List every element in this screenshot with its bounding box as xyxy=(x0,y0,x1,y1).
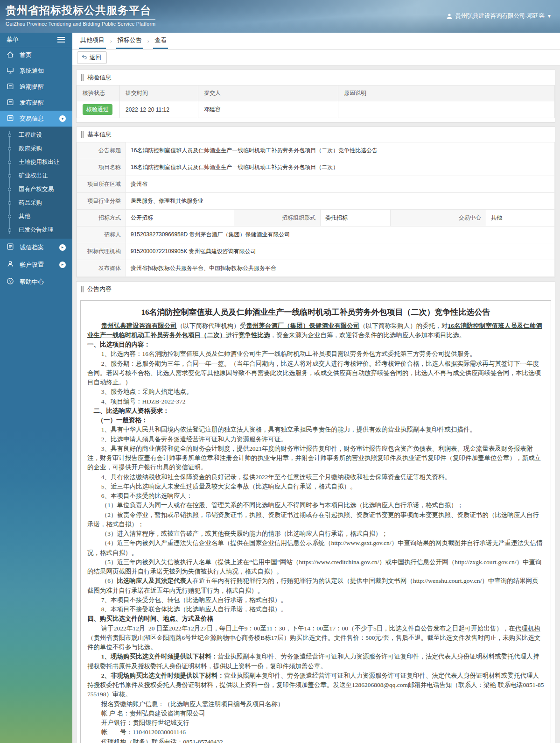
label-notice-title: 公告标题 xyxy=(77,142,126,159)
notice-paragraph: 1、比选内容：16名消防控制室值班人员及仁帅酒业公司生产一线临时机动工补员项目需… xyxy=(87,349,544,359)
notice-paragraph: （5）近三年内被列入失信被执行人名单（提供上述在“信用中国”网站（https:/… xyxy=(87,558,544,577)
section-bar-icon xyxy=(81,74,84,81)
notice-paragraph: 8、本项目不接受联合体比选（比选响应人自行承诺，格式自拟）。 xyxy=(87,605,544,614)
app-title: 贵州省招标投标公共服务平台 xyxy=(6,3,155,18)
sidebar-item-credit-archive[interactable]: 诚信档案 ▸ xyxy=(0,239,72,256)
verify-data-row: 核验通过 2022-12-20 11:12 邓廷容 xyxy=(77,101,555,118)
sidebar-item-account-settings[interactable]: 帐户设置 ▸ xyxy=(0,256,72,273)
col-reason: 原因说明 xyxy=(338,85,555,101)
submenu-item-state-assets[interactable]: 国有产权交易 xyxy=(0,183,72,196)
hamburger-icon[interactable] xyxy=(56,36,66,43)
app-subtitle: GuiZhou Province Tendering and Bidding P… xyxy=(6,19,155,27)
notice-paragraph: 四、购买比选文件的时间、地点、方式及价格 xyxy=(87,614,544,623)
sidebar-item-label: 发布提醒 xyxy=(20,99,44,107)
value-org-form: 委托招标 xyxy=(321,210,391,226)
sidebar-item-publish-reminder[interactable]: 发布提醒 xyxy=(0,95,72,111)
notice-paragraph: 3、具有良好的商业信誉和健全的财务会计制度，提供2021年度的财务审计报告复印件… xyxy=(87,444,544,473)
document-icon xyxy=(7,99,14,107)
document-icon xyxy=(7,114,14,123)
submenu-item-drug-procurement[interactable]: 药品采购 xyxy=(0,196,72,210)
label-project-name: 项目名称 xyxy=(77,159,126,176)
notice-paragraph: 开户银行：贵阳银行世纪城支行 xyxy=(87,718,544,728)
notice-title: 16名消防控制室值班人员及仁帅酒业生产一线临时机动工补员劳务外包项目（二次）竞争… xyxy=(87,306,544,318)
back-icon xyxy=(81,54,87,61)
submenu-item-published-notices[interactable]: 已发公告处理 xyxy=(0,223,72,237)
label-tender-method: 招标方式 xyxy=(77,210,126,226)
basic-info-panel: 基本信息 公告标题 16名消防控制室值班人员及仁帅酒业生产一线临时机动工补员劳务… xyxy=(76,127,555,277)
notice-paragraph: （3）进入清算程序，或被宣告破产，或其他丧失履约能力的情形（比选响应人自行承诺，… xyxy=(87,529,544,538)
sidebar-item-notifications[interactable]: 系统通知 xyxy=(0,63,72,79)
submenu-item-other[interactable]: 其他 xyxy=(0,210,72,223)
submenu-item-engineering[interactable]: 工程建设 xyxy=(0,128,72,142)
submenu-item-mining-rights[interactable]: 矿业权出让 xyxy=(0,169,72,183)
notice-paragraph: 4、项目编号：HDZB-2022-372 xyxy=(87,397,544,406)
value-tenderee: 91520382730966958D 贵州茅台酒厂（集团）保健酒业有限公司 xyxy=(126,226,555,243)
table-row: 公告标题 16名消防控制室值班人员及仁帅酒业生产一线临时机动工补员劳务外包项目（… xyxy=(77,142,555,159)
section-bar-icon xyxy=(81,131,84,138)
document-icon xyxy=(7,83,14,92)
back-button[interactable]: 返回 xyxy=(77,51,107,64)
sidebar-item-help-center[interactable]: ? 帮助中心 xyxy=(0,273,72,290)
sidebar-item-label: 帐户设置 xyxy=(20,261,44,269)
label-trade-center: 交易中心 xyxy=(391,210,486,226)
breadcrumb: 其他项目 › 招标公告 › 查看 xyxy=(72,33,560,50)
verify-panel-header: 核验信息 xyxy=(77,70,555,85)
notice-paragraph: 1、具有中华人民共和国境内依法登记注册的独立法人资格，具有独立承担民事责任的能力… xyxy=(87,425,544,434)
notice-paragraph: 二、比选响应人资格要求： xyxy=(87,406,544,416)
value-trade-center: 其他 xyxy=(486,210,555,226)
notice-paragraph: （2）被责令停业，暂扣或吊销执照，吊销资质证书，执照、资质证书过期或存在引起执照… xyxy=(87,510,544,530)
notice-paragraph: 报名费缴纳账户信息：（比选响应人需注明项目编号及项目名称） xyxy=(87,700,544,709)
breadcrumb-separator: › xyxy=(143,33,154,49)
value-agency: 91520000722109905K 贵州弘典建设咨询有限公司 xyxy=(126,243,555,260)
label-publish-media: 发布媒体 xyxy=(77,260,126,277)
submenu-item-land-use[interactable]: 土地使用权出让 xyxy=(0,156,72,169)
submenu-item-gov-procurement[interactable]: 政府采购 xyxy=(0,142,72,156)
notice-paragraph: 3、服务地点：采购人指定地点。 xyxy=(87,387,544,396)
notice-paragraph: 帐 号：11040120030001146 xyxy=(87,728,544,737)
brand: 贵州省招标投标公共服务平台 GuiZhou Province Tendering… xyxy=(6,3,155,27)
notice-paragraph: 4、具有依法缴纳税收和社会保障资金的良好记录，提供2022年至今任意连续三个月缴… xyxy=(87,473,544,482)
breadcrumb-separator: › xyxy=(106,33,116,49)
notice-paragraph: 帐 户 名：贵州弘典建设咨询有限公司 xyxy=(87,709,544,718)
breadcrumb-tender-notice[interactable]: 招标公告 xyxy=(116,33,143,49)
sidebar-item-home[interactable]: 首页 xyxy=(0,47,72,63)
sidebar-item-transaction-info[interactable]: 交易信息 ▾ xyxy=(0,111,72,127)
transaction-submenu: 工程建设 政府采购 土地使用权出让 矿业权出让 国有产权交易 药品采购 其他 已… xyxy=(0,127,72,239)
table-row: 项目行业分类 居民服务、修理和其他服务业 xyxy=(77,193,555,210)
notice-paragraph: 5、近三年内比选响应人未发生过质量及较大安全事故（比选响应人自行承诺，格式自拟）… xyxy=(87,482,544,491)
caret-down-icon: ▼ xyxy=(547,14,552,19)
sidebar-item-label: 系统通知 xyxy=(20,67,44,75)
notice-paragraph: 7、本项目不接受分包、转包（比选响应人自行承诺，格式自拟）。 xyxy=(87,595,544,605)
notice-paragraph: 1、现场购买比选文件时须提供以下材料：营业执照副本复印件、劳务派遣经营许可证和人… xyxy=(87,652,544,671)
breadcrumb-view[interactable]: 查看 xyxy=(153,33,168,49)
notice-body: 贵州弘典建设咨询有限公司（以下简称代理机构）受贵州茅台酒厂（集团）保健酒业有限公… xyxy=(87,321,544,743)
label-agency: 招标代理机构 xyxy=(77,243,126,260)
notice-paragraph: 6、本项目不接受的比选响应人： xyxy=(87,491,544,501)
notice-section-title: 公告内容 xyxy=(87,285,112,293)
verify-table: 核验状态 提交时间 提交人 原因说明 核验通过 2022-12-20 11:12… xyxy=(77,85,555,118)
notice-paragraph: 2、服务期：总服务期为三年，合同一年一签。（当年合同期内，比选人将对成交人进行考… xyxy=(87,359,544,388)
col-submitter: 提交人 xyxy=(198,85,338,101)
value-tender-method: 公开招标 xyxy=(126,210,234,226)
help-icon: ? xyxy=(7,277,14,286)
home-icon xyxy=(7,51,14,60)
sidebar-item-overdue-reminder[interactable]: 逾期提醒 xyxy=(0,79,72,95)
notice-paragraph: （6）比选响应人及其法定代表人在近五年内有行贿犯罪行为的，行贿犯罪行为的认定以（… xyxy=(87,576,544,595)
user-menu[interactable]: 贵州弘典建设咨询有限公司-邓廷容 ▼ xyxy=(446,12,552,20)
sidebar-menu-header: 菜单 xyxy=(0,33,72,47)
basic-section-title: 基本信息 xyxy=(87,130,112,139)
notice-paragraph: 请于2022年12月 20 日至2022年12月27日，每日上午9：00至11：… xyxy=(87,624,544,652)
breadcrumb-other-projects[interactable]: 其他项目 xyxy=(79,33,106,49)
verify-section-title: 核验信息 xyxy=(87,73,112,82)
value-region: 贵州省 xyxy=(126,176,555,193)
notice-paragraph: 代理机构（财务）联系电话：0851-85740432 xyxy=(87,737,544,743)
sidebar-item-label: 诚信档案 xyxy=(20,243,44,252)
notice-paragraph: 2、比选申请人须具备劳务派遣经营许可证和人力资源服务许可证。 xyxy=(87,435,544,444)
value-industry: 居民服务、修理和其他服务业 xyxy=(126,193,555,210)
label-region: 项目所在区域 xyxy=(77,176,126,193)
label-industry: 项目行业分类 xyxy=(77,193,126,210)
notice-paragraph: 一、比选项目的内容： xyxy=(87,340,544,349)
sidebar-item-label: 交易信息 xyxy=(20,114,44,123)
sidebar-item-label: 首页 xyxy=(20,51,32,59)
basic-panel-header: 基本信息 xyxy=(77,127,555,142)
